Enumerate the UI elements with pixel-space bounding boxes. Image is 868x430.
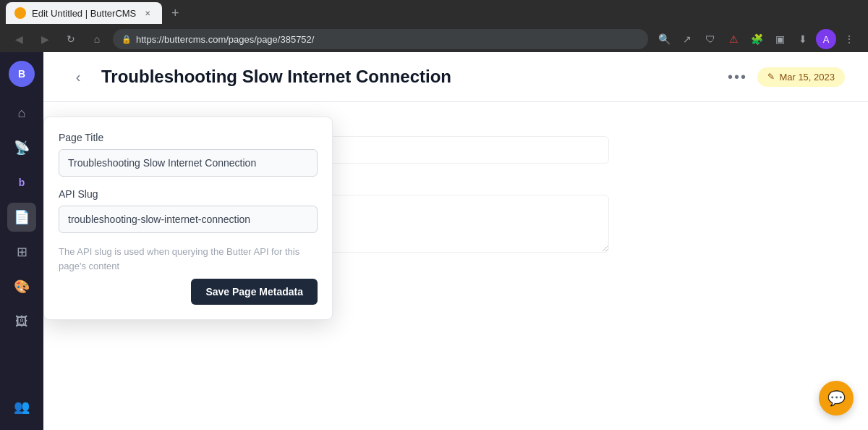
date-text: Mar 15, 2023 (779, 72, 835, 83)
app-layout: B ⌂ 📡 b 📄 ⊞ 🎨 🖼 👥 ‹ Troubleshooting Slow… (0, 52, 868, 430)
page-title-label: Page Title (59, 132, 318, 143)
url-text: https://buttercms.com/pages/page/385752/ (136, 34, 314, 45)
back-nav-button[interactable]: ◀ (9, 29, 29, 49)
sidebar-item-users[interactable]: 👥 (7, 392, 36, 421)
profile-icon[interactable]: A (816, 29, 836, 49)
forward-nav-button[interactable]: ▶ (35, 29, 55, 49)
nav-bar: ◀ ▶ ↻ ⌂ 🔒 https://buttercms.com/pages/pa… (0, 26, 868, 52)
sidebar: B ⌂ 📡 b 📄 ⊞ 🎨 🖼 👥 (0, 52, 43, 430)
api-slug-input[interactable] (59, 206, 318, 233)
reload-button[interactable]: ↻ (61, 29, 81, 49)
sidebar-item-gallery[interactable]: 🖼 (7, 307, 36, 336)
api-slug-label: API Slug (59, 188, 318, 200)
browser-chrome: Edit Untitled | ButterCMS ✕ + ◀ ▶ ↻ ⌂ 🔒 … (0, 0, 868, 52)
header-actions: ••• ✎ Mar 15, 2023 (726, 65, 845, 88)
content-area: Titl De Page Title API Slug The A (43, 102, 868, 430)
tab-title: Edit Untitled | ButterCMS (32, 8, 136, 19)
sidebar-toggle-icon[interactable]: ▣ (770, 29, 790, 49)
api-slug-hint: The API slug is used when querying the B… (59, 245, 318, 273)
menu-icon[interactable]: ⋮ (839, 29, 859, 49)
home-button[interactable]: ⌂ (87, 29, 107, 49)
tab-bar: Edit Untitled | ButterCMS ✕ + (0, 0, 868, 26)
api-slug-field-section: API Slug (59, 188, 318, 233)
tab-close-button[interactable]: ✕ (142, 7, 153, 19)
back-button[interactable]: ‹ (67, 65, 90, 88)
page-title-input[interactable] (59, 149, 318, 177)
active-tab[interactable]: Edit Untitled | ButterCMS ✕ (6, 2, 162, 24)
new-tab-button[interactable]: + (165, 3, 185, 23)
extensions-area: 🔍 ↗ 🛡 ⚠ 🧩 ▣ ⬇ A ⋮ (654, 29, 859, 49)
sidebar-logo[interactable]: B (9, 61, 35, 87)
sidebar-item-components[interactable]: ⊞ (7, 237, 36, 266)
sidebar-item-pages[interactable]: 📄 (7, 203, 36, 232)
sidebar-item-media[interactable]: 🎨 (7, 272, 36, 301)
warning-icon[interactable]: ⚠ (723, 29, 744, 49)
sidebar-item-home[interactable]: ⌂ (7, 98, 36, 127)
main-content: ‹ Troubleshooting Slow Internet Connecti… (43, 52, 868, 430)
more-options-button[interactable]: ••• (726, 65, 749, 88)
share-icon[interactable]: ↗ (677, 29, 697, 49)
back-chevron-icon: ‹ (76, 69, 81, 85)
edit-icon: ✎ (767, 72, 775, 82)
page-title-field-section: Page Title (59, 132, 318, 177)
shield-icon[interactable]: 🛡 (700, 29, 720, 49)
address-bar[interactable]: 🔒 https://buttercms.com/pages/page/38575… (113, 29, 648, 49)
popup-overlay: Page Title API Slug The API slug is used… (43, 117, 333, 320)
extensions-icon[interactable]: 🧩 (746, 29, 767, 49)
chat-button[interactable]: 💬 (819, 381, 854, 416)
lock-icon: 🔒 (122, 35, 132, 44)
page-title: Troubleshooting Slow Internet Connection (101, 67, 714, 87)
sidebar-item-butter[interactable]: b (7, 168, 36, 197)
tab-favicon (14, 7, 26, 19)
sidebar-item-feeds[interactable]: 📡 (7, 133, 36, 162)
date-badge[interactable]: ✎ Mar 15, 2023 (757, 67, 845, 87)
download-icon[interactable]: ⬇ (793, 29, 813, 49)
save-metadata-button[interactable]: Save Page Metadata (191, 279, 318, 305)
page-header: ‹ Troubleshooting Slow Internet Connecti… (43, 52, 868, 102)
search-icon[interactable]: 🔍 (654, 29, 674, 49)
